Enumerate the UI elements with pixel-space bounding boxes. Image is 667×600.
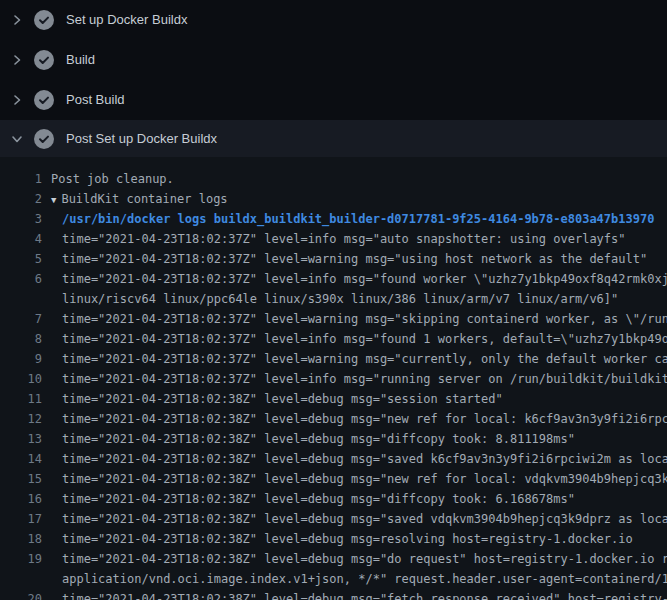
log-line: 12 time="2021-04-23T18:02:38Z" level=deb… (0, 409, 667, 429)
log-line-text: time="2021-04-23T18:02:37Z" level=info m… (62, 272, 667, 286)
log-line-text: BuildKit container logs (61, 192, 227, 206)
log-line-number[interactable] (0, 569, 42, 589)
log-line-text: time="2021-04-23T18:02:37Z" level=warnin… (62, 352, 667, 366)
log-line: 3 /usr/bin/docker logs buildx_buildkit_b… (0, 209, 667, 229)
log-panel: 1 Post job cleanup. 2 ▼BuildKit containe… (0, 157, 667, 600)
log-line-number[interactable]: 2 (0, 189, 42, 209)
log-line: 18 time="2021-04-23T18:02:38Z" level=deb… (0, 529, 667, 549)
collapse-triangle-icon[interactable]: ▼ (51, 195, 56, 205)
log-line-text: time="2021-04-23T18:02:38Z" level=debug … (62, 392, 503, 406)
log-line: 6 time="2021-04-23T18:02:37Z" level=info… (0, 269, 667, 289)
log-line-number[interactable]: 19 (0, 549, 42, 569)
log-line-text: Post job cleanup. (51, 172, 174, 186)
log-line-text: time="2021-04-23T18:02:37Z" level=warnin… (62, 312, 667, 326)
log-line: 5 time="2021-04-23T18:02:37Z" level=warn… (0, 249, 667, 269)
log-line-number[interactable]: 7 (0, 309, 42, 329)
chevron-icon (0, 133, 34, 145)
log-line: 13 time="2021-04-23T18:02:38Z" level=deb… (0, 429, 667, 449)
check-circle-icon (34, 10, 54, 30)
log-line: 10 time="2021-04-23T18:02:37Z" level=inf… (0, 369, 667, 389)
log-line-number[interactable]: 12 (0, 409, 42, 429)
chevron-icon (0, 14, 34, 26)
chevron-icon (0, 54, 34, 66)
log-line: linux/riscv64 linux/ppc64le linux/s390x … (0, 289, 667, 309)
log-line-text: time="2021-04-23T18:02:38Z" level=debug … (62, 412, 667, 426)
log-line-number[interactable]: 5 (0, 249, 42, 269)
log-line-text: time="2021-04-23T18:02:38Z" level=debug … (62, 532, 633, 546)
log-line: 19 time="2021-04-23T18:02:38Z" level=deb… (0, 549, 667, 569)
log-line-text: time="2021-04-23T18:02:38Z" level=debug … (62, 552, 667, 566)
log-line: 16 time="2021-04-23T18:02:38Z" level=deb… (0, 489, 667, 509)
log-line-number[interactable]: 18 (0, 529, 42, 549)
log-line-text: time="2021-04-23T18:02:38Z" level=debug … (62, 512, 667, 526)
log-line-number[interactable]: 14 (0, 449, 42, 469)
log-line-text: time="2021-04-23T18:02:37Z" level=info m… (62, 332, 667, 346)
log-line: 17 time="2021-04-23T18:02:38Z" level=deb… (0, 509, 667, 529)
chevron-icon (0, 94, 34, 106)
log-line-number[interactable]: 11 (0, 389, 42, 409)
log-line: 2 ▼BuildKit container logs (0, 189, 667, 209)
log-line-text: time="2021-04-23T18:02:37Z" level=warnin… (62, 252, 647, 266)
step-label: Post Build (66, 92, 125, 108)
log-line: 8 time="2021-04-23T18:02:37Z" level=info… (0, 329, 667, 349)
log-line-number[interactable]: 15 (0, 469, 42, 489)
step-row-post-build[interactable]: Post Build (0, 80, 667, 120)
step-row-build[interactable]: Build (0, 40, 667, 80)
log-line-text: time="2021-04-23T18:02:37Z" level=info m… (62, 372, 667, 386)
log-line-text: time="2021-04-23T18:02:37Z" level=info m… (62, 232, 626, 246)
log-line: 20 time="2021-04-23T18:02:38Z" level=deb… (0, 589, 667, 600)
log-line-number[interactable]: 20 (0, 589, 42, 600)
steps-list: Set up Docker Buildx Build P (0, 0, 667, 157)
log-line-text: linux/riscv64 linux/ppc64le linux/s390x … (62, 292, 618, 306)
log-line: 11 time="2021-04-23T18:02:38Z" level=deb… (0, 389, 667, 409)
step-row-set-up-docker-buildx[interactable]: Set up Docker Buildx (0, 0, 667, 40)
step-label: Build (66, 52, 95, 68)
log-line-text: time="2021-04-23T18:02:38Z" level=debug … (62, 452, 667, 466)
log-line: 14 time="2021-04-23T18:02:38Z" level=deb… (0, 449, 667, 469)
step-row-post-set-up-docker-buildx[interactable]: Post Set up Docker Buildx (0, 120, 667, 157)
step-label: Post Set up Docker Buildx (66, 131, 217, 147)
log-line-text: application/vnd.oci.image.index.v1+json,… (62, 572, 667, 586)
log-line: 4 time="2021-04-23T18:02:37Z" level=info… (0, 229, 667, 249)
log-line-text: time="2021-04-23T18:02:38Z" level=debug … (62, 492, 575, 506)
log-line-number[interactable]: 10 (0, 369, 42, 389)
log-line-text: time="2021-04-23T18:02:38Z" level=debug … (62, 432, 575, 446)
check-circle-icon (34, 90, 54, 110)
log-line-number[interactable]: 16 (0, 489, 42, 509)
check-circle-icon (34, 50, 54, 70)
log-line: application/vnd.oci.image.index.v1+json,… (0, 569, 667, 589)
check-circle-icon (34, 129, 54, 149)
log-line: 1 Post job cleanup. (0, 169, 667, 189)
log-line: 9 time="2021-04-23T18:02:37Z" level=warn… (0, 349, 667, 369)
log-line-text: /usr/bin/docker logs buildx_buildkit_bui… (62, 212, 654, 226)
log-line: 15 time="2021-04-23T18:02:38Z" level=deb… (0, 469, 667, 489)
log-line-number[interactable] (0, 289, 42, 309)
log-line-text: time="2021-04-23T18:02:38Z" level=debug … (62, 472, 667, 486)
log-line-number[interactable]: 1 (0, 169, 42, 189)
log-line-number[interactable]: 9 (0, 349, 42, 369)
log-line-number[interactable]: 6 (0, 269, 42, 289)
log-line: 7 time="2021-04-23T18:02:37Z" level=warn… (0, 309, 667, 329)
step-label: Set up Docker Buildx (66, 12, 187, 28)
log-line-number[interactable]: 13 (0, 429, 42, 449)
log-line-number[interactable]: 8 (0, 329, 42, 349)
log-line-number[interactable]: 3 (0, 209, 42, 229)
log-line-text: time="2021-04-23T18:02:38Z" level=debug … (62, 592, 667, 600)
log-line-number[interactable]: 17 (0, 509, 42, 529)
log-line-number[interactable]: 4 (0, 229, 42, 249)
